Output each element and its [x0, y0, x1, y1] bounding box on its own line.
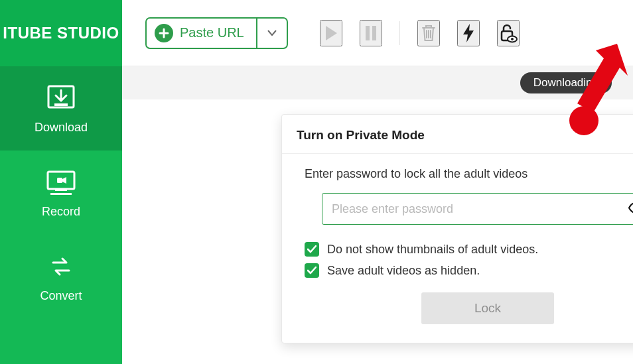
- svg-rect-7: [372, 26, 376, 40]
- download-icon: [44, 85, 78, 111]
- status-badge-downloading[interactable]: Downloading: [520, 72, 612, 93]
- sidebar-item-label: Download: [35, 121, 88, 135]
- turbo-button[interactable]: [457, 20, 480, 46]
- app-brand: ITUBE STUDIO: [0, 0, 122, 66]
- svg-rect-4: [50, 193, 72, 195]
- toolbar-separator: [399, 21, 400, 45]
- play-button[interactable]: [320, 20, 342, 46]
- toggle-password-visibility[interactable]: [628, 202, 633, 216]
- sidebar-item-label: Record: [42, 205, 80, 219]
- sidebar: ITUBE STUDIO Download: [0, 0, 122, 364]
- sidebar-item-download[interactable]: Download: [0, 66, 122, 151]
- lock-button[interactable]: Lock: [421, 292, 554, 324]
- dialog-body: Enter password to lock all the adult vid…: [282, 154, 633, 343]
- checkbox-checked-icon: [305, 242, 319, 257]
- play-icon: [324, 25, 338, 42]
- paste-url-label: Paste URL: [180, 25, 244, 40]
- lightning-icon: [462, 23, 475, 43]
- toolbar: Paste URL: [122, 0, 633, 66]
- option-label: Do not show thumbnails of adult videos.: [327, 243, 538, 257]
- dialog-title: Turn on Private Mode: [297, 128, 425, 143]
- delete-button[interactable]: [417, 20, 440, 46]
- sidebar-item-record[interactable]: Record: [0, 151, 122, 235]
- svg-rect-5: [57, 178, 62, 183]
- plus-icon: [155, 24, 173, 42]
- record-icon: [44, 169, 78, 196]
- paste-url-button[interactable]: Paste URL: [145, 17, 257, 49]
- private-mode-dialog: Turn on Private Mode ✕ Enter password to…: [281, 114, 633, 343]
- paste-url-dropdown[interactable]: [257, 17, 288, 49]
- main-area: Paste URL: [122, 0, 633, 364]
- private-mode-button[interactable]: [497, 20, 520, 46]
- svg-rect-6: [366, 26, 370, 40]
- convert-icon: [44, 253, 78, 280]
- pause-icon: [364, 25, 378, 42]
- option-label: Save adult videos as hidden.: [327, 264, 480, 278]
- checkbox-checked-icon: [305, 263, 319, 278]
- option-save-hidden[interactable]: Save adult videos as hidden.: [305, 263, 633, 278]
- svg-rect-3: [55, 189, 67, 191]
- pause-button[interactable]: [360, 20, 382, 46]
- paste-url-group: Paste URL: [145, 17, 288, 49]
- svg-point-10: [511, 38, 514, 40]
- eye-icon: [628, 202, 633, 214]
- lock-eye-icon: [499, 23, 518, 43]
- sidebar-item-label: Convert: [40, 289, 82, 303]
- svg-rect-1: [54, 103, 68, 106]
- password-input[interactable]: [322, 193, 633, 225]
- password-field-wrap: [322, 193, 633, 225]
- dialog-header: Turn on Private Mode ✕: [282, 115, 633, 154]
- sidebar-item-convert[interactable]: Convert: [0, 235, 122, 319]
- option-hide-thumbnails[interactable]: Do not show thumbnails of adult videos.: [305, 242, 633, 257]
- trash-icon: [421, 24, 437, 42]
- dialog-prompt: Enter password to lock all the adult vid…: [305, 167, 633, 181]
